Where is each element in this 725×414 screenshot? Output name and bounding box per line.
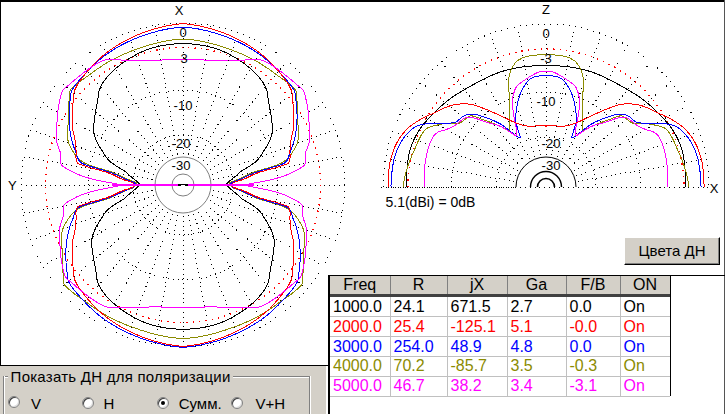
svg-text:0: 0 [542,26,549,41]
svg-text:-30: -30 [172,158,191,173]
svg-text:X: X [175,3,184,18]
svg-text:-20: -20 [542,136,561,151]
svg-text:Y: Y [8,178,17,193]
svg-text:0: 0 [179,25,186,40]
svg-text:5.1(dBi) = 0dB: 5.1(dBi) = 0dB [386,194,476,210]
svg-text:-10: -10 [174,98,193,113]
svg-text:-20: -20 [172,136,191,151]
svg-text:3: 3 [180,51,187,66]
svg-text:Z: Z [542,2,550,17]
svg-text:-3: -3 [540,51,552,66]
svg-text:-30: -30 [542,158,561,173]
svg-text:X: X [710,181,719,196]
svg-text:-10: -10 [537,94,556,109]
